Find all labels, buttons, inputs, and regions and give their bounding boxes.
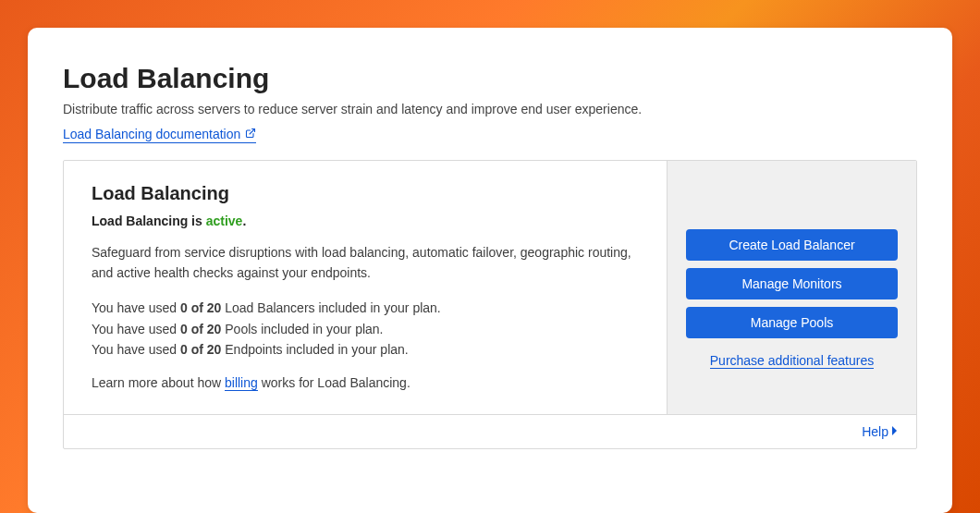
usage-lb-count: 0 of 20 — [180, 300, 221, 315]
page-title: Load Balancing — [63, 63, 917, 94]
status-panel: Load Balancing Load Balancing is active.… — [63, 160, 917, 449]
help-link[interactable]: Help — [862, 424, 900, 439]
create-load-balancer-button[interactable]: Create Load Balancer — [686, 229, 898, 261]
panel-title: Load Balancing — [92, 183, 639, 204]
panel-description: Safeguard from service disruptions with … — [92, 243, 639, 283]
doc-link-row: Load Balancing documentation — [63, 126, 917, 143]
billing-line: Learn more about how billing works for L… — [92, 375, 639, 390]
billing-link[interactable]: billing — [225, 375, 258, 391]
status-suffix: . — [242, 214, 246, 228]
status-prefix: Load Balancing is — [92, 214, 206, 228]
usage-load-balancers: You have used 0 of 20 Load Balancers inc… — [92, 298, 639, 318]
page-subtitle: Distribute traffic across servers to red… — [63, 102, 917, 116]
panel-right: Create Load Balancer Manage Monitors Man… — [667, 161, 916, 414]
documentation-link[interactable]: Load Balancing documentation — [63, 127, 256, 143]
usage-endpoints: You have used 0 of 20 Endpoints included… — [92, 339, 639, 360]
main-card: Load Balancing Distribute traffic across… — [28, 28, 952, 513]
status-value: active — [206, 214, 243, 228]
external-link-icon — [245, 127, 256, 141]
chevron-right-icon — [890, 424, 900, 439]
manage-pools-button[interactable]: Manage Pools — [686, 307, 898, 338]
documentation-link-label: Load Balancing documentation — [63, 127, 240, 141]
panel-footer: Help — [64, 414, 916, 448]
panel-left: Load Balancing Load Balancing is active.… — [64, 161, 667, 414]
manage-monitors-button[interactable]: Manage Monitors — [686, 268, 898, 299]
help-label: Help — [862, 424, 888, 439]
usage-block: You have used 0 of 20 Load Balancers inc… — [92, 298, 639, 360]
purchase-features-link[interactable]: Purchase additional features — [710, 353, 874, 369]
status-line: Load Balancing is active. — [92, 214, 639, 228]
usage-pools: You have used 0 of 20 Pools included in … — [92, 319, 639, 339]
usage-endpoints-count: 0 of 20 — [180, 342, 221, 357]
usage-pools-count: 0 of 20 — [180, 322, 221, 336]
svg-line-0 — [250, 129, 255, 135]
panel-body: Load Balancing Load Balancing is active.… — [64, 161, 916, 414]
